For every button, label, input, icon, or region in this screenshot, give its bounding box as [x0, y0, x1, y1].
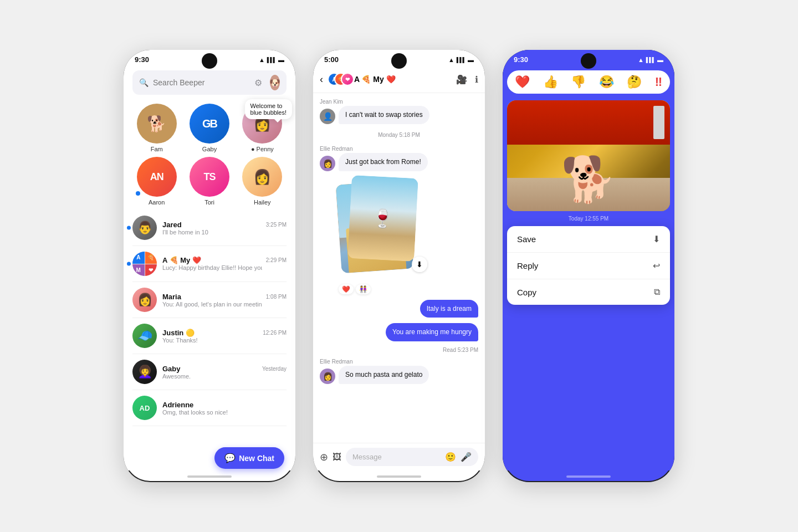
- status-bar-1: 9:30 ▲ ▌▌▌ ▬: [124, 50, 295, 66]
- messages-area: Jean Kim 👤 I can't wait to swap stories …: [313, 93, 485, 443]
- chat-maria[interactable]: 👩 Maria 1:08 PM You: All good, let's pla…: [132, 282, 287, 318]
- story-aaron[interactable]: AN Aaron: [132, 157, 181, 206]
- story-penny[interactable]: Welcome toblue bubbles! 👩 ● Penny: [238, 104, 287, 152]
- info-icon[interactable]: ℹ: [475, 74, 478, 85]
- jared-msg: I'll be home in 10: [162, 229, 262, 236]
- back-button[interactable]: ‹: [320, 74, 323, 85]
- amy-info: A 🍕 My ❤️ 2:29 PM Lucy: Happy birthday E…: [162, 256, 287, 272]
- gear-icon[interactable]: ⚙: [254, 78, 262, 88]
- ctx-save-label: Save: [517, 234, 536, 244]
- mic-icon[interactable]: 🎤: [461, 452, 472, 462]
- chat-justin[interactable]: 🧢 Justin 🟡 12:26 PM You: Thanks!: [132, 318, 287, 354]
- time-2: 5:00: [324, 55, 339, 64]
- rome-images[interactable]: 🍷 ⬇: [339, 177, 427, 277]
- ctx-reply-icon: ↩: [653, 260, 660, 271]
- dog-photo-container[interactable]: 🐕: [507, 100, 670, 211]
- amy-avatar: A 🍕 M ❤: [132, 252, 157, 276]
- phone-2: 5:00 ▲ ▌▌▌ ▬ ‹ A 🍕 ❤ A 🍕 My ❤️ 🎥 ℹ: [313, 50, 485, 482]
- msg-user-1: Italy is a dream: [320, 300, 478, 318]
- search-input[interactable]: [153, 78, 250, 87]
- ctx-copy[interactable]: Copy ⧉: [507, 279, 670, 305]
- people-reaction[interactable]: 👭: [356, 284, 371, 294]
- ellie-avatar-2: 👩: [320, 369, 335, 384]
- ctx-copy-icon: ⧉: [654, 287, 660, 297]
- story-tori[interactable]: TS Tori: [185, 157, 233, 206]
- stories-row-1: 🐕 Fam GB Gaby Welcome toblue bubbles! 👩 …: [124, 99, 295, 210]
- adrienne-msg: Omg, that looks so nice!: [162, 409, 262, 416]
- ctx-reply-label: Reply: [517, 261, 538, 270]
- phone-3-content: ❤️ 👍 👎 😂 🤔 ‼️ 🐕 Today 12:55 PM Save ⬇: [503, 66, 674, 470]
- status-bar-2: 5:00 ▲ ▌▌▌ ▬: [313, 50, 485, 66]
- chat-adrienne[interactable]: AD Adrienne Omg, that looks so nice!: [132, 390, 287, 426]
- gaby-time: Yesterday: [262, 366, 287, 372]
- time-1: 9:30: [135, 55, 149, 64]
- dog-photo: 🐕: [507, 100, 670, 211]
- battery-icon-3: ▬: [657, 57, 663, 63]
- justin-name: Justin 🟡: [162, 329, 195, 337]
- chat-amy[interactable]: A 🍕 M ❤ A 🍕 My ❤️ 2:29 PM Lucy: Happy bi…: [132, 246, 287, 282]
- phone-3: 9:30 ▲ ▌▌▌ ▬ ❤️ 👍 👎 😂 🤔 ‼️ 🐕: [503, 50, 674, 482]
- timestamp-monday: Monday 5:18 PM: [320, 132, 478, 138]
- ctx-save[interactable]: Save ⬇: [507, 226, 670, 253]
- plus-icon[interactable]: ⊕: [320, 451, 328, 463]
- wifi-icon-3: ▲: [638, 57, 644, 63]
- msg-ellie-2: Ellie Redman 👩 So much pasta and gelato: [320, 359, 478, 384]
- msg-ellie-1: Ellie Redman 👩 Just got back from Rome!: [320, 146, 478, 171]
- dog-emoji: 🐕: [561, 154, 616, 206]
- heart-emoji-btn[interactable]: ❤️: [515, 75, 530, 89]
- cocktail-bg: 🍷: [347, 175, 418, 262]
- aaron-dot: [136, 191, 140, 196]
- search-icon: 🔍: [139, 78, 149, 87]
- story-fam-avatar: 🐕: [137, 104, 177, 144]
- thumbsup-emoji-btn[interactable]: 👍: [543, 75, 558, 89]
- user-avatar[interactable]: 🐶: [270, 75, 280, 90]
- laugh-emoji-btn[interactable]: 😂: [599, 75, 614, 89]
- wifi-icon-2: ▲: [448, 57, 454, 63]
- story-fam[interactable]: 🐕 Fam: [132, 104, 181, 152]
- ctx-copy-label: Copy: [517, 288, 536, 297]
- message-input-container[interactable]: Message 🙂 🎤: [346, 448, 478, 466]
- jared-time: 3:25 PM: [266, 222, 287, 228]
- ellie-bubble-1: Just got back from Rome!: [339, 153, 428, 171]
- message-placeholder: Message: [352, 453, 382, 461]
- search-bar[interactable]: 🔍 ⚙ 🐶: [132, 70, 287, 95]
- heart-reaction[interactable]: ❤️: [339, 284, 354, 294]
- chat-list: 👨 Jared 3:25 PM I'll be home in 10 A 🍕: [124, 210, 295, 426]
- ctx-reply[interactable]: Reply ↩: [507, 253, 670, 279]
- story-gaby[interactable]: GB Gaby: [185, 104, 233, 152]
- input-area: ⊕ 🖼 Message 🙂 🎤: [313, 443, 485, 470]
- user-bubble-1: Italy is a dream: [420, 300, 478, 318]
- adrienne-info: Adrienne Omg, that looks so nice!: [162, 401, 287, 416]
- jared-name: Jared: [162, 221, 182, 229]
- chat-jared[interactable]: 👨 Jared 3:25 PM I'll be home in 10: [132, 210, 287, 246]
- reaction-bar: ❤️ 👭: [339, 284, 478, 294]
- justin-avatar: 🧢: [132, 324, 157, 348]
- adrienne-avatar: AD: [132, 396, 157, 420]
- new-chat-button[interactable]: 💬 New Chat: [214, 447, 284, 469]
- exclaim-emoji-btn[interactable]: ‼️: [655, 75, 662, 89]
- story-tori-label: Tori: [204, 199, 214, 206]
- justin-msg: You: Thanks!: [162, 337, 262, 344]
- story-aaron-label: Aaron: [149, 199, 165, 206]
- gaby-info: Gaby Yesterday Awesome.: [162, 365, 287, 380]
- adrienne-name: Adrienne: [162, 401, 193, 409]
- jean-bubble: I can't wait to swap stories: [339, 106, 429, 124]
- emoji-icon[interactable]: 🙂: [445, 452, 456, 462]
- justin-info: Justin 🟡 12:26 PM You: Thanks!: [162, 329, 287, 344]
- video-call-icon[interactable]: 🎥: [456, 74, 467, 85]
- chat-gaby[interactable]: 👩‍🦱 Gaby Yesterday Awesome.: [132, 354, 287, 390]
- battery-icon-2: ▬: [468, 57, 474, 63]
- attach-icon[interactable]: 🖼: [332, 452, 341, 462]
- think-emoji-btn[interactable]: 🤔: [627, 75, 642, 89]
- justin-time: 12:26 PM: [263, 330, 287, 336]
- rome-image-2: 🍷: [347, 175, 418, 262]
- header-avatar-3: ❤: [341, 73, 354, 86]
- maria-avatar: 👩: [132, 288, 157, 312]
- thumbsdown-emoji-btn[interactable]: 👎: [571, 75, 586, 89]
- story-hailey[interactable]: 👩 Hailey: [238, 157, 287, 206]
- download-button[interactable]: ⬇: [412, 257, 427, 272]
- maria-info: Maria 1:08 PM You: All good, let's plan …: [162, 293, 287, 308]
- jared-avatar: 👨: [132, 216, 157, 240]
- battery-icon: ▬: [278, 57, 284, 63]
- signal-icon-2: ▌▌▌: [457, 57, 466, 63]
